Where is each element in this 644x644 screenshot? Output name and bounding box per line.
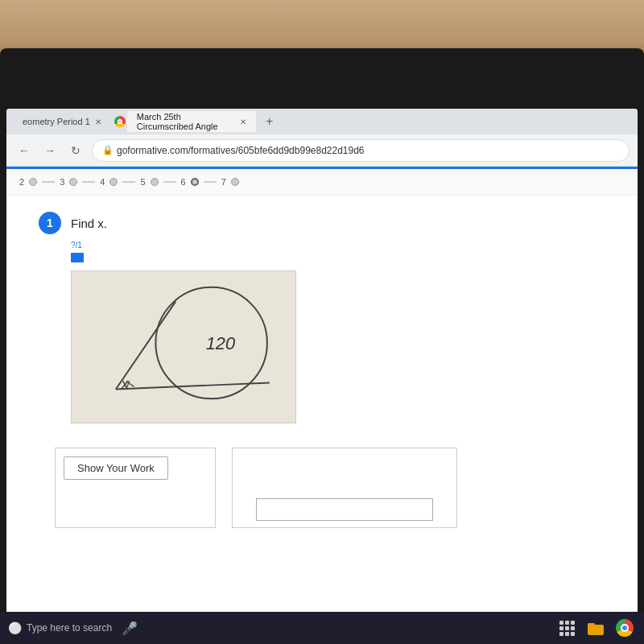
forward-button[interactable]: → <box>40 141 60 160</box>
new-tab-button[interactable]: + <box>259 111 280 132</box>
tab-geometry[interactable]: eometry Period 1 ✕ <box>13 111 111 132</box>
progress-num-3: 3 <box>60 177 64 187</box>
tab-geometry-close[interactable]: ✕ <box>95 118 101 126</box>
laptop-bezel: eometry Period 1 ✕ March 25th Circumscri… <box>0 48 644 644</box>
grid-dot <box>571 626 575 630</box>
progress-dot-5[interactable] <box>151 178 159 186</box>
folder-icon <box>588 621 604 635</box>
progress-line-2 <box>82 181 95 183</box>
show-work-box: Show Your Work <box>55 448 216 528</box>
show-work-button[interactable]: Show Your Work <box>64 456 168 480</box>
grid-dot <box>565 621 569 625</box>
question-header: 1 Find x. <box>39 212 605 234</box>
question-text: Find x. <box>71 217 107 230</box>
refresh-button[interactable]: ↻ <box>66 141 85 160</box>
geometry-svg: 120 x <box>72 271 295 423</box>
taskbar: ⚪ Type here to search 🎤 <box>0 612 644 644</box>
tab-circumscribed-close[interactable]: ✕ <box>240 118 246 126</box>
progress-dot-7[interactable] <box>231 178 239 186</box>
chrome-icon <box>616 619 634 637</box>
grid-dot <box>559 632 564 636</box>
grid-dot <box>565 626 569 630</box>
geometry-image: 120 x <box>71 270 296 423</box>
progress-line-3 <box>122 181 135 183</box>
progress-line-5 <box>204 181 217 183</box>
progress-num-7: 7 <box>221 177 226 187</box>
browser-window: eometry Period 1 ✕ March 25th Circumscri… <box>6 109 638 636</box>
response-icon <box>71 253 84 262</box>
answer-input-box <box>232 448 457 528</box>
grid-dot <box>571 632 575 636</box>
grid-icon <box>559 621 575 636</box>
tab-geometry-label: eometry Period 1 <box>23 117 90 126</box>
grid-dot <box>565 632 569 636</box>
chrome-favicon <box>114 116 126 127</box>
tab-bar: eometry Period 1 ✕ March 25th Circumscri… <box>6 109 638 134</box>
progress-dot-4[interactable] <box>109 178 118 186</box>
progress-line-4 <box>163 181 176 183</box>
points-label: ?/1 <box>71 241 605 250</box>
grid-dot <box>559 626 564 630</box>
chrome-inner <box>621 624 629 632</box>
taskbar-grid-icon[interactable] <box>555 617 578 639</box>
svg-text:120: 120 <box>206 333 235 353</box>
search-icon: ⚪ <box>8 621 22 634</box>
svg-rect-9 <box>588 623 595 627</box>
taskbar-search-area[interactable]: ⚪ Type here to search <box>8 621 112 634</box>
grid-dot <box>559 621 564 625</box>
address-bar-row: ← → ↻ 🔒 goformative.com/formatives/605bf… <box>6 134 638 167</box>
grid-dot <box>571 621 575 625</box>
progress-line-1 <box>42 181 55 183</box>
taskbar-search-text: Type here to search <box>27 622 112 634</box>
back-button[interactable]: ← <box>14 141 34 160</box>
address-text: goformative.com/formatives/605bfe6dd9db9… <box>117 145 365 156</box>
tab-circumscribed-label: March 25th Circumscribed Angle <box>137 112 235 131</box>
taskbar-file-explorer-icon[interactable] <box>584 617 607 639</box>
microphone-icon: 🎤 <box>122 621 138 636</box>
secure-icon: 🔒 <box>102 145 114 155</box>
tab-circumscribed[interactable]: March 25th Circumscribed Angle ✕ <box>127 111 256 132</box>
progress-num-5: 5 <box>140 177 145 187</box>
progress-row: 2 3 4 5 6 7 <box>6 169 638 196</box>
page-content: 2 3 4 5 6 7 <box>6 169 638 636</box>
progress-num-2: 2 <box>19 177 24 187</box>
answer-input-line[interactable] <box>256 498 433 521</box>
progress-dot-3[interactable] <box>69 178 77 186</box>
progress-dot-6[interactable] <box>191 178 199 186</box>
question-number-badge: 1 <box>39 212 61 234</box>
question-number: 1 <box>47 217 53 229</box>
taskbar-microphone[interactable]: 🎤 <box>118 617 141 639</box>
progress-dot-2[interactable] <box>29 178 37 186</box>
taskbar-chrome-icon[interactable] <box>613 617 636 639</box>
show-work-section: Show Your Work <box>55 448 605 528</box>
address-field[interactable]: 🔒 goformative.com/formatives/605bfe6dd9d… <box>92 139 630 162</box>
progress-num-6: 6 <box>181 177 186 187</box>
question-area: 1 Find x. ?/1 <box>6 196 638 544</box>
progress-num-4: 4 <box>100 177 105 187</box>
